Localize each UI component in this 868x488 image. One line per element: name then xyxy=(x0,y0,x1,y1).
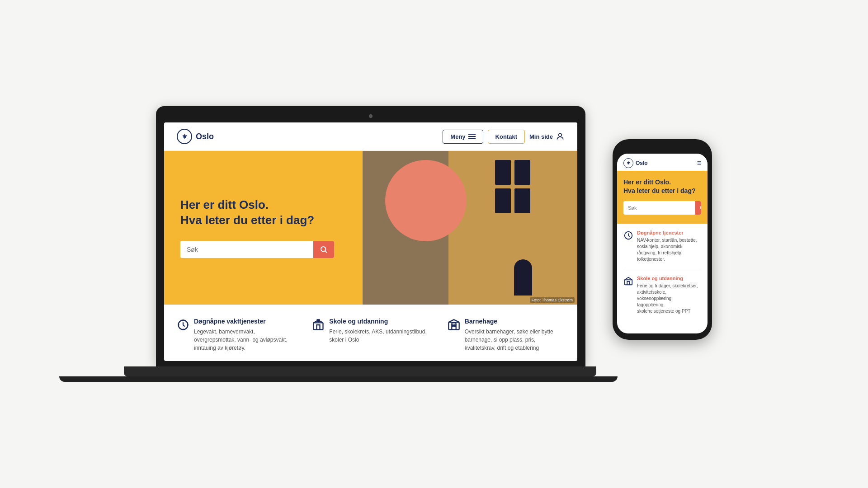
search-icon xyxy=(320,245,328,253)
phone-cat-skole-title: Skole og utdanning xyxy=(637,276,701,281)
hero-person-silhouette xyxy=(514,259,532,296)
site-logo: ⚜ Oslo xyxy=(177,129,214,144)
hero-section: Her er ditt Oslo. Hva leter du etter i d… xyxy=(164,151,577,305)
nav-buttons: Meny Kontakt Min side xyxy=(443,130,565,144)
phone-device: ⚜ Oslo ≡ Her er ditt Oslo.Hva leter du e… xyxy=(613,139,712,340)
phone-screen: ⚜ Oslo ≡ Her er ditt Oslo.Hva leter du e… xyxy=(617,154,708,334)
svg-rect-8 xyxy=(454,325,455,327)
minside-button[interactable]: Min side xyxy=(529,132,565,141)
category-skole-title: Skole og utdanning xyxy=(329,318,429,325)
hero-headline: Her er ditt Oslo. Hva leter du etter i d… xyxy=(180,197,346,228)
hero-image-panel: Foto: Thomas Ekstrøm xyxy=(363,151,577,305)
phone-notch xyxy=(644,145,680,150)
phone-bezel: ⚜ Oslo ≡ Her er ditt Oslo.Hva leter du e… xyxy=(613,139,712,340)
hero-headline-line1: Her er ditt Oslo. xyxy=(180,198,269,211)
camera-dot xyxy=(369,114,373,118)
search-button[interactable] xyxy=(313,241,334,258)
phone-cat-skole-desc: Ferie og fridager, skolekretser, aktivit… xyxy=(637,283,701,314)
meny-button[interactable]: Meny xyxy=(443,130,483,144)
site-nav: ⚜ Oslo Meny Kontakt Min side xyxy=(164,122,577,151)
window-1 xyxy=(495,160,511,185)
window-3 xyxy=(495,188,511,213)
laptop-device: ⚜ Oslo Meny Kontakt Min side xyxy=(156,106,585,382)
phone-logo: ⚜ Oslo xyxy=(623,158,648,168)
user-icon xyxy=(556,132,565,141)
phone-hero-headline: Her er ditt Oslo.Hva leter du etter i da… xyxy=(623,178,701,195)
category-vakt[interactable]: Døgnåpne vakttjenester Legevakt, barneve… xyxy=(177,318,294,352)
category-barnehage-title: Barnehage xyxy=(465,318,565,325)
svg-point-0 xyxy=(559,133,562,136)
phone-cat-dognapne[interactable]: Døgnåpne tjenester NAV-kontor, startlån,… xyxy=(623,230,701,269)
clock-icon xyxy=(177,319,189,331)
oslo-crest-icon: ⚜ xyxy=(177,129,192,144)
category-vakt-text: Døgnåpne vakttjenester Legevakt, barneve… xyxy=(194,318,294,352)
laptop-base xyxy=(124,366,596,376)
phone-search-bar[interactable] xyxy=(623,201,701,215)
phone-search-input[interactable] xyxy=(623,202,695,214)
phone-cat-skole-text: Skole og utdanning Ferie og fridager, sk… xyxy=(637,276,701,314)
phone-search-icon xyxy=(699,205,701,211)
window-2 xyxy=(514,160,530,185)
phone-cat-dognapne-desc: NAV-kontor, startlån, bostøtte, sosialhj… xyxy=(637,237,701,263)
building-icon xyxy=(448,319,460,331)
category-vakt-title: Døgnåpne vakttjenester xyxy=(194,318,294,325)
hamburger-icon xyxy=(468,134,476,139)
phone-search-button[interactable] xyxy=(695,201,701,215)
kontakt-button[interactable]: Kontakt xyxy=(488,130,525,144)
phone-school-icon xyxy=(623,276,633,286)
category-skole-desc: Ferie, skolekrets, AKS, utdanningstilbud… xyxy=(329,328,429,344)
phone-categories: Døgnåpne tjenester NAV-kontor, startlån,… xyxy=(617,224,708,333)
category-barnehage[interactable]: Barnehage Oversikt barnehager, søke elle… xyxy=(448,318,565,352)
laptop-screen: ⚜ Oslo Meny Kontakt Min side xyxy=(164,122,577,361)
minside-label: Min side xyxy=(529,133,553,140)
category-skole-text: Skole og utdanning Ferie, skolekrets, AK… xyxy=(329,318,429,352)
meny-label: Meny xyxy=(450,133,465,140)
hero-yellow-panel: Her er ditt Oslo. Hva leter du etter i d… xyxy=(164,151,363,305)
svg-line-2 xyxy=(325,251,327,253)
hero-headline-line2: Hva leter du etter i dag? xyxy=(180,213,314,227)
svg-rect-7 xyxy=(452,325,453,327)
hero-building-bg xyxy=(448,151,577,305)
building-windows xyxy=(495,160,530,213)
phone-logo-text: Oslo xyxy=(636,160,648,166)
phone-cat-dognapne-title: Døgnåpne tjenester xyxy=(637,230,701,235)
search-bar[interactable] xyxy=(180,241,334,258)
svg-point-1 xyxy=(321,247,326,252)
svg-rect-4 xyxy=(314,323,323,329)
category-barnehage-text: Barnehage Oversikt barnehager, søke elle… xyxy=(465,318,565,352)
hero-decorative-circle xyxy=(385,160,467,241)
photo-credit: Foto: Thomas Ekstrøm xyxy=(530,297,575,303)
category-skole[interactable]: Skole og utdanning Ferie, skolekrets, AK… xyxy=(312,318,429,352)
svg-point-9 xyxy=(700,206,701,210)
laptop-foot xyxy=(59,376,618,382)
phone-cat-dognapne-text: Døgnåpne tjenester NAV-kontor, startlån,… xyxy=(637,230,701,263)
phone-cat-skole[interactable]: Skole og utdanning Ferie og fridager, sk… xyxy=(623,276,701,321)
phone-nav: ⚜ Oslo ≡ xyxy=(617,154,708,171)
categories-section: Døgnåpne vakttjenester Legevakt, barneve… xyxy=(164,305,577,361)
search-input[interactable] xyxy=(180,241,313,258)
category-barnehage-desc: Oversikt barnehager, søke eller bytte ba… xyxy=(465,328,565,352)
school-icon xyxy=(312,319,325,331)
phone-hamburger-icon[interactable]: ≡ xyxy=(697,159,701,167)
phone-crest-icon: ⚜ xyxy=(623,158,633,168)
category-vakt-desc: Legevakt, barnevernvakt, overgrepsmottak… xyxy=(194,328,294,352)
svg-rect-12 xyxy=(625,280,632,285)
phone-hero: Her er ditt Oslo.Hva leter du etter i da… xyxy=(617,171,708,224)
laptop-bezel: ⚜ Oslo Meny Kontakt Min side xyxy=(156,106,585,366)
kontakt-label: Kontakt xyxy=(495,133,517,140)
window-4 xyxy=(514,188,530,213)
site-logo-text: Oslo xyxy=(196,132,214,141)
phone-clock-icon xyxy=(623,230,633,240)
